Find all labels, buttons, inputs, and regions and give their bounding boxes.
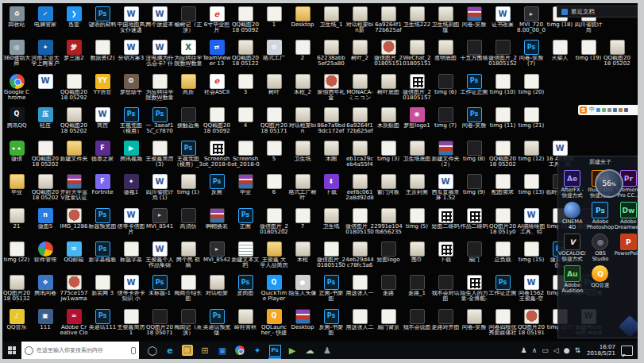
network-updown-icon[interactable]: ⇅ bbox=[575, 342, 581, 359]
panel-shortcut[interactable]: CINEMA 4D bbox=[558, 199, 586, 230]
desktop-icon[interactable]: W王俊鑫个人作品集锦 bbox=[145, 240, 174, 268]
desktop-icon[interactable]: 配图需求 bbox=[488, 172, 517, 195]
desktop-icon[interactable]: 扇门 bbox=[460, 240, 488, 263]
desktop-icon[interactable]: 两个民 初稿 bbox=[174, 240, 202, 268]
taskbar-task-view-icon[interactable]: ◯ bbox=[144, 342, 161, 359]
taskbar-chrome-icon[interactable] bbox=[231, 342, 249, 359]
desktop-icon[interactable]: timg (20) bbox=[517, 72, 546, 95]
desktop-icon[interactable]: QQ截图2018 0520224702 bbox=[31, 172, 60, 201]
desktop-icon[interactable]: Ps美通话预览版 bbox=[202, 307, 231, 336]
desktop-icon[interactable]: ♻回收站 bbox=[2, 5, 31, 28]
desktop-icon[interactable]: 树叶底图 bbox=[374, 72, 403, 95]
desktop-icon[interactable]: 问卷四校优秀新媒体社团... bbox=[488, 307, 517, 336]
desktop-icon[interactable]: ▣111 bbox=[31, 307, 60, 330]
desktop-icon[interactable]: 木框 bbox=[288, 240, 317, 263]
acceleration-ball[interactable]: 56% bbox=[595, 169, 623, 198]
desktop-icon[interactable]: 家假西年礼盒 bbox=[317, 72, 345, 101]
desktop-icon[interactable]: 王俊鑫简历1 bbox=[117, 307, 145, 336]
desktop-icon[interactable]: n微图5 bbox=[31, 207, 60, 230]
desktop-icon[interactable]: Ps主视觉图（横用）(1) bbox=[117, 106, 145, 134]
desktop-icon[interactable]: e6寸毕业照片 bbox=[202, 5, 231, 33]
recent-docs-bar[interactable]: 最近文档 bbox=[557, 6, 638, 17]
desktop-icon[interactable]: QQ截图2018 0509222705 bbox=[231, 5, 260, 33]
desktop-icon[interactable]: W bbox=[31, 72, 60, 90]
desktop-icon[interactable]: W信等卡信图片 bbox=[117, 207, 145, 235]
desktop-icon[interactable]: ✦微视1 bbox=[117, 172, 145, 195]
desktop-icon[interactable]: W四川省统计局 (1) bbox=[145, 172, 174, 201]
desktop-icon[interactable]: 6a9264f172b625ef5f98... bbox=[345, 106, 374, 134]
search-mic-icon[interactable] bbox=[131, 347, 136, 354]
desktop-icon[interactable]: 树叶 bbox=[260, 72, 288, 95]
panel-shortcut[interactable]: PsAdobe Photoshop CS6... bbox=[586, 199, 614, 230]
desktop-icon[interactable]: 问卷-笑脸 bbox=[460, 5, 488, 28]
desktop-icon[interactable]: FFortnite bbox=[88, 172, 117, 195]
desktop-icon[interactable]: 3 bbox=[231, 72, 260, 95]
desktop-icon[interactable]: ❖腾讯问卷 bbox=[31, 273, 60, 296]
desktop-icon[interactable]: Ps问卷-笑脸 bbox=[460, 106, 488, 129]
desktop-icon[interactable]: Ps正面-书架图 bbox=[317, 273, 345, 302]
desktop-icon[interactable]: timg (5) bbox=[403, 207, 431, 230]
desktop-icon[interactable]: 十五方围墙 bbox=[460, 38, 488, 61]
sogou-toolbox-icon[interactable] bbox=[624, 108, 628, 112]
desktop-icon[interactable]: 木质贴图 bbox=[374, 106, 403, 129]
desktop-icon[interactable]: 问卷-笑脸 bbox=[460, 307, 488, 330]
desktop-icon[interactable]: ◎360驱动大师 bbox=[2, 38, 31, 67]
desktop-icon[interactable]: 陌生人的力量-金博舵-区... bbox=[460, 273, 488, 302]
desktop-icon[interactable]: QQ图片2018 0513234603 bbox=[2, 273, 31, 302]
sogou-chinese-mode[interactable]: 中 bbox=[589, 105, 595, 115]
desktop-icon[interactable]: 高清仿 bbox=[174, 207, 202, 230]
desktop-icon[interactable]: Screenshot_2018-05... bbox=[231, 139, 260, 168]
desktop-icon[interactable]: eef8c0612a8d92d88914... bbox=[345, 172, 374, 201]
desktop-icon[interactable]: QQ截图2018 0520223415 bbox=[603, 38, 631, 67]
desktop-icon[interactable]: IMG_1286 bbox=[60, 207, 88, 230]
desktop-icon[interactable]: QQ图片2018 0517182235 bbox=[260, 106, 288, 134]
desktop-icon[interactable]: ▸MVI_7208.00_00_06_03... bbox=[517, 5, 546, 33]
desktop-icon[interactable]: 梦梦三国2 bbox=[60, 38, 88, 61]
desktop-icon[interactable]: 高质 bbox=[174, 72, 202, 95]
desktop-icon[interactable]: Desktop bbox=[288, 307, 317, 330]
desktop-icon[interactable]: ∞Adobe Creative Cloud bbox=[60, 307, 88, 336]
desktop-icon[interactable]: timg (8) bbox=[460, 139, 488, 162]
sogou-logo-icon[interactable]: S bbox=[580, 106, 587, 114]
desktop-icon[interactable]: 卫生纸_1 bbox=[317, 5, 345, 28]
desktop-icon[interactable]: 走路 bbox=[374, 273, 403, 296]
desktop-icon[interactable]: MONACA-ミニコン bbox=[345, 72, 374, 101]
display-tray-icon[interactable]: ▭ bbox=[542, 342, 549, 359]
panel-shortcut[interactable]: AeAfterFX - 快捷方式 bbox=[558, 167, 586, 199]
desktop-icon[interactable]: timg (10) bbox=[488, 72, 517, 95]
desktop-icon[interactable]: 梅闻记（友演） bbox=[174, 307, 202, 336]
panel-shortcut[interactable]: PPowerPoint bbox=[615, 230, 638, 262]
desktop-icon[interactable]: 标题字幕 bbox=[117, 240, 145, 263]
desktop-icon[interactable]: QQuickTime Player bbox=[260, 273, 288, 302]
desktop-icon[interactable]: timg (15) bbox=[517, 240, 546, 263]
desktop-icon[interactable]: Ps反面 bbox=[202, 172, 231, 195]
desktop-icon[interactable]: WeChat_201805151116... bbox=[403, 38, 431, 67]
desktop-icon[interactable]: 火柴人 bbox=[546, 38, 574, 61]
desktop-icon[interactable]: 啊帽换装 bbox=[202, 207, 231, 230]
desktop-icon[interactable]: ❯迅雷 bbox=[60, 5, 88, 28]
action-center-icon[interactable] bbox=[621, 346, 633, 356]
desktop-icon[interactable]: Ps新字幕模板 bbox=[88, 240, 117, 263]
desktop-icon[interactable]: 梅商介绍长图 bbox=[174, 273, 202, 302]
taskbar-microsoft-store-icon[interactable]: ⊞ bbox=[196, 342, 214, 359]
desktop-icon[interactable]: Desktop bbox=[288, 5, 317, 28]
desktop-icon[interactable]: W西瓜直播录屏 1.52 bbox=[431, 172, 460, 201]
desktop-icon[interactable]: 短图二维码 bbox=[431, 207, 460, 230]
desktop-icon[interactable]: W没电脑为什么会卡? 什么时... bbox=[145, 38, 174, 67]
desktop-icon[interactable]: 总负载 bbox=[488, 240, 517, 263]
desktop-icon[interactable]: 开封大学富V批量认证 bbox=[60, 172, 88, 201]
desktop[interactable]: ♻回收站✓电脑管家❯迅雷Ps谜语的材料W中国地图凤 女仆速递W两个故提本榆树记（… bbox=[2, 3, 638, 359]
desktop-icon[interactable]: 走路对齐图 bbox=[431, 307, 460, 330]
desktop-icon[interactable]: 微信图片_20180515752... bbox=[403, 72, 431, 101]
desktop-icon[interactable]: F德墨之家 bbox=[88, 139, 117, 162]
desktop-icon[interactable]: timg (7) bbox=[431, 106, 460, 129]
panel-shortcut[interactable]: QQQ音速 bbox=[586, 262, 614, 294]
desktop-icon[interactable]: 新建文本文档 bbox=[231, 240, 260, 268]
desktop-icon[interactable]: 4 bbox=[231, 106, 260, 129]
desktop-icon[interactable]: 2991e104fb656235a26... bbox=[374, 207, 403, 235]
desktop-icon[interactable]: ◉梦想logo1 bbox=[403, 106, 431, 129]
desktop-icon[interactable]: 微信图片_20180515102... bbox=[374, 38, 403, 67]
desktop-icon[interactable]: QQ图片2018 0507133150 bbox=[145, 307, 174, 336]
desktop-icon[interactable]: 树叶_2 bbox=[345, 38, 374, 61]
desktop-icon[interactable]: QQ截图2018 0509222746 bbox=[202, 106, 231, 134]
